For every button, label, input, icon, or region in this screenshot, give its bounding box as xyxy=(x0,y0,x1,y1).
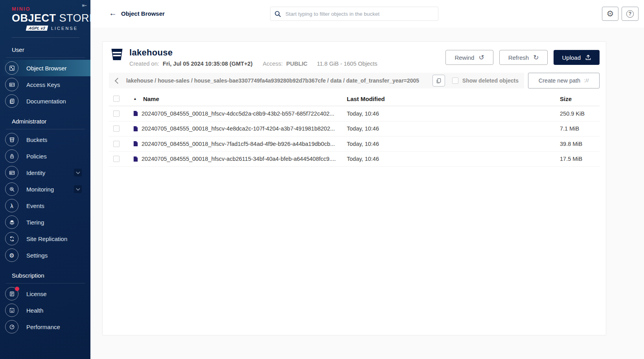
product-title: OBJECT STORE xyxy=(12,12,90,24)
sidebar-item-object-browser[interactable]: Object Browser xyxy=(0,60,90,76)
upload-button[interactable]: Upload xyxy=(554,50,600,65)
bucket-browser-card: lakehouse Created on: Fri, Jul 05 2024 1… xyxy=(102,41,606,335)
search-icon xyxy=(274,11,281,17)
table-row[interactable]: 20240705_084555_00018_hfscv-7fad1cf5-84a… xyxy=(109,136,600,152)
performance-icon xyxy=(5,320,18,333)
sidebar-item-license[interactable]: License xyxy=(0,285,90,302)
bucket-icon xyxy=(110,48,123,61)
object-name[interactable]: 20240705_084555_00018_hfscv-7fad1cf5-84a… xyxy=(142,141,335,147)
sidebar-item-access-keys[interactable]: Access Keys xyxy=(0,76,90,93)
row-checkbox[interactable] xyxy=(113,141,120,147)
file-icon xyxy=(133,110,138,116)
bucket-meta: Created on: Fri, Jul 05 2024 10:35:08 (G… xyxy=(129,61,377,67)
table-header-row: ▲ Name Last Modified Size xyxy=(109,92,600,106)
objects-table: ▲ Name Last Modified Size 20240705_08455… xyxy=(109,92,600,167)
table-row[interactable]: 20240705_084555_00018_hfscv-4dcc5d2a-c8b… xyxy=(109,106,600,122)
sidebar-item-label: License xyxy=(26,291,47,297)
refresh-icon: ↻ xyxy=(533,53,539,62)
sidebar-item-label: Identity xyxy=(26,169,45,176)
column-header-size[interactable]: Size xyxy=(560,96,600,102)
path-bar: lakehouse / house-sales / house_sales-ba… xyxy=(109,73,600,88)
back-arrow-icon[interactable]: ← xyxy=(109,9,117,18)
create-new-path-button[interactable]: Create new path :// xyxy=(528,73,600,88)
brand-name: MINIO xyxy=(12,6,90,12)
object-last-modified: Today, 10:46 xyxy=(347,156,560,162)
bucket-stats: 11.8 GiB - 1605 Objects xyxy=(317,61,377,67)
new-path-icon: :// xyxy=(584,78,589,83)
section-label-user: User xyxy=(0,38,90,57)
policies-icon xyxy=(5,149,18,163)
sidebar-item-label: Health xyxy=(26,307,43,314)
divider xyxy=(6,283,85,284)
rewind-icon: ↺ xyxy=(478,53,484,62)
sidebar-item-label: Monitoring xyxy=(26,186,54,193)
object-name[interactable]: 20240705_084555_00018_hfscv-acb26115-34b… xyxy=(142,156,336,162)
sidebar-item-health[interactable]: Health xyxy=(0,302,90,318)
select-all-checkbox[interactable] xyxy=(113,96,120,102)
bucket-header: lakehouse Created on: Fri, Jul 05 2024 1… xyxy=(103,42,606,70)
object-name[interactable]: 20240705_084555_00018_hfscv-4e8dca2c-107… xyxy=(142,125,335,132)
settings-button[interactable]: ⚙ xyxy=(602,7,618,21)
sidebar-item-label: Site Replication xyxy=(26,236,67,242)
divider xyxy=(6,129,85,129)
identity-icon xyxy=(5,166,18,179)
sidebar-item-label: Tiering xyxy=(26,219,44,226)
object-name[interactable]: 20240705_084555_00018_hfscv-4dcc5d2a-c8b… xyxy=(142,110,334,117)
search-input[interactable] xyxy=(285,11,434,17)
created-value: Fri, Jul 05 2024 10:35:08 (GMT+2) xyxy=(163,61,252,67)
file-icon xyxy=(133,126,138,132)
top-bar: ← Object Browser ⚙ ? xyxy=(90,0,644,28)
table-row[interactable]: 20240705_084555_00018_hfscv-acb26115-34b… xyxy=(109,152,600,167)
events-icon: λ xyxy=(5,199,18,212)
row-checkbox[interactable] xyxy=(113,156,120,162)
sidebar-item-site-replication[interactable]: Site Replication xyxy=(0,230,90,247)
page-title: Object Browser xyxy=(121,10,165,17)
column-header-last-modified[interactable]: Last Modified xyxy=(347,96,560,102)
sidebar-item-policies[interactable]: Policies xyxy=(0,148,90,164)
access-label: Access: xyxy=(263,61,283,67)
chevron-down-icon[interactable] xyxy=(74,169,82,177)
rewind-button[interactable]: Rewind ↺ xyxy=(445,50,493,65)
gear-icon: ⚙ xyxy=(5,249,18,262)
column-header-name[interactable]: Name xyxy=(143,96,159,102)
breadcrumb[interactable]: lakehouse / house-sales / house_sales-ba… xyxy=(126,77,432,84)
access-value[interactable]: PUBLIC xyxy=(286,61,307,67)
copy-path-button[interactable] xyxy=(432,75,445,87)
sort-asc-icon[interactable]: ▲ xyxy=(133,97,137,101)
table-row[interactable]: 20240705_084555_00018_hfscv-4e8dca2c-107… xyxy=(109,122,600,137)
sidebar-item-identity[interactable]: Identity xyxy=(0,164,90,181)
object-size: 250.9 KiB xyxy=(560,110,600,117)
sidebar-item-settings[interactable]: ⚙ Settings xyxy=(0,247,90,263)
sidebar-item-label: Policies xyxy=(26,153,47,160)
object-last-modified: Today, 10:46 xyxy=(347,141,560,147)
sidebar-item-monitoring[interactable]: Monitoring xyxy=(0,181,90,197)
monitoring-icon xyxy=(5,182,18,196)
refresh-button[interactable]: Refresh ↻ xyxy=(499,50,548,65)
license-icon xyxy=(5,287,18,300)
chevron-down-icon[interactable] xyxy=(74,185,82,193)
sidebar-item-label: Settings xyxy=(26,252,48,259)
show-deleted-label[interactable]: Show deleted objects xyxy=(462,77,519,84)
bucket-actions: Rewind ↺ Refresh ↻ Upload xyxy=(445,48,600,65)
sidebar-item-tiering[interactable]: Tiering xyxy=(0,214,90,230)
file-icon xyxy=(133,156,138,162)
sidebar-item-label: Object Browser xyxy=(26,65,67,72)
row-checkbox[interactable] xyxy=(113,110,120,117)
section-label-subscription: Subscription xyxy=(0,263,90,283)
sidebar-item-performance[interactable]: Performance xyxy=(0,318,90,335)
sidebar-item-buckets[interactable]: Buckets xyxy=(0,131,90,148)
agpl-badge: AGPL v3 xyxy=(26,26,48,31)
show-deleted-checkbox[interactable] xyxy=(452,77,458,84)
created-label: Created on: xyxy=(129,61,159,67)
sidebar-item-documentation[interactable]: Documentation xyxy=(0,93,90,109)
help-button[interactable]: ? xyxy=(622,7,638,21)
access-keys-icon xyxy=(5,78,18,91)
tiering-icon xyxy=(5,215,18,229)
row-checkbox[interactable] xyxy=(113,125,120,132)
upload-icon xyxy=(585,54,591,61)
path-back-chevron-icon[interactable] xyxy=(109,73,126,88)
sidebar-item-events[interactable]: λ Events xyxy=(0,197,90,214)
breadcrumb-strip: lakehouse / house-sales / house_sales-ba… xyxy=(109,73,524,88)
collapse-sidebar-icon[interactable]: ⇤ xyxy=(82,2,87,9)
object-browser-icon xyxy=(5,61,18,75)
